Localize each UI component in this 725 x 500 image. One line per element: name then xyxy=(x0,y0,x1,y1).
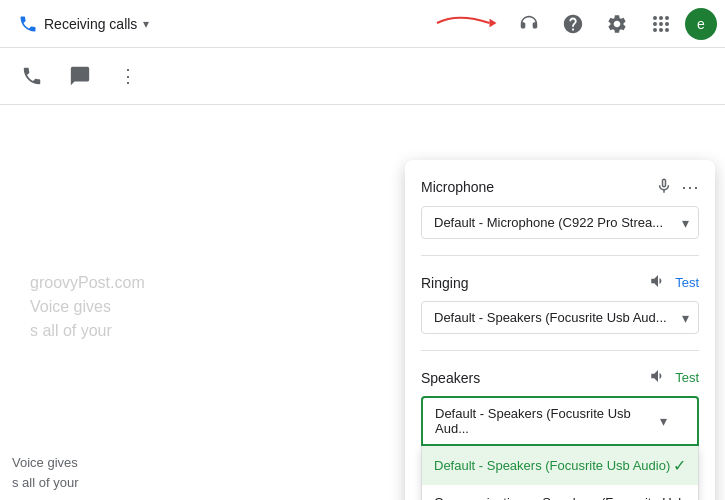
receiving-calls-label: Receiving calls xyxy=(44,16,137,32)
more-tab-icon: ⋮ xyxy=(119,65,137,87)
speakers-test-button[interactable]: Test xyxy=(675,370,699,385)
microphone-section: Microphone ⋯ Default - Microphone (C922 … xyxy=(421,176,699,239)
svg-marker-0 xyxy=(490,19,497,27)
ringing-select-wrapper: Default - Speakers (Focusrite Usb Aud... xyxy=(421,301,699,334)
speakers-selected-value: Default - Speakers (Focusrite Usb Aud... xyxy=(435,406,660,436)
speakers-dropdown-options: Default - Speakers (Focusrite Usb Audio)… xyxy=(421,446,699,500)
ringing-title: Ringing xyxy=(421,275,468,291)
red-arrow-annotation xyxy=(430,8,500,38)
speakers-option-default[interactable]: Default - Speakers (Focusrite Usb Audio)… xyxy=(422,446,698,485)
footer-line1: Voice gives xyxy=(12,453,78,473)
footer-text: Voice gives s all of your xyxy=(0,445,90,500)
speakers-option-communications-label: Communications - Speakers (Focusrite Usb… xyxy=(434,495,686,500)
microphone-select[interactable]: Default - Microphone (C922 Pro Strea... xyxy=(421,206,699,239)
receiving-calls-button[interactable]: Receiving calls ▾ xyxy=(8,8,159,40)
settings-button[interactable] xyxy=(597,4,637,44)
more-tab-button[interactable]: ⋮ xyxy=(108,56,148,96)
speakers-check-icon: ✓ xyxy=(673,456,686,475)
header-left: Receiving calls ▾ xyxy=(0,8,159,40)
ringing-select[interactable]: Default - Speakers (Focusrite Usb Aud... xyxy=(421,301,699,334)
ringing-section-header: Ringing Test xyxy=(421,272,699,293)
speakers-title: Speakers xyxy=(421,370,480,386)
watermark-line2: Voice gives xyxy=(30,295,145,319)
help-button[interactable] xyxy=(553,4,593,44)
microphone-icons: ⋯ xyxy=(655,176,699,198)
speakers-option-default-label: Default - Speakers (Focusrite Usb Audio) xyxy=(434,458,670,473)
avatar-button[interactable]: e xyxy=(685,8,717,40)
help-icon xyxy=(562,13,584,35)
phone-tab-button[interactable] xyxy=(12,56,52,96)
main-content: groovyPost.com Voice gives s all of your… xyxy=(0,105,725,500)
ringing-volume-icon xyxy=(649,272,667,293)
speakers-section: Speakers Test Default - Speakers (Focusr… xyxy=(421,367,699,500)
speakers-section-header: Speakers Test xyxy=(421,367,699,388)
apps-button[interactable] xyxy=(641,4,681,44)
ringing-icons: Test xyxy=(649,272,699,293)
messages-tab-button[interactable] xyxy=(60,56,100,96)
headset-button[interactable] xyxy=(509,4,549,44)
divider-1 xyxy=(421,255,699,256)
headset-icon xyxy=(518,13,540,35)
microphone-title: Microphone xyxy=(421,179,494,195)
microphone-section-header: Microphone ⋯ xyxy=(421,176,699,198)
settings-icon xyxy=(606,13,628,35)
avatar-letter: e xyxy=(697,16,705,32)
speakers-volume-icon xyxy=(649,367,667,388)
phone-tab-icon xyxy=(21,65,43,87)
speakers-select-container: Default - Speakers (Focusrite Usb Aud...… xyxy=(421,396,699,500)
audio-settings-dropdown: Microphone ⋯ Default - Microphone (C922 … xyxy=(405,160,715,500)
footer-line2: s all of your xyxy=(12,473,78,493)
header: Receiving calls ▾ xyxy=(0,0,725,48)
speakers-select-open[interactable]: Default - Speakers (Focusrite Usb Aud...… xyxy=(421,396,699,446)
chevron-down-icon: ▾ xyxy=(143,17,149,31)
speakers-option-communications[interactable]: Communications - Speakers (Focusrite Usb… xyxy=(422,485,698,500)
watermark-text: groovyPost.com Voice gives s all of your xyxy=(30,271,145,343)
divider-2 xyxy=(421,350,699,351)
microphone-select-wrapper: Default - Microphone (C922 Pro Strea... xyxy=(421,206,699,239)
header-right: e xyxy=(509,4,717,44)
microphone-icon[interactable] xyxy=(655,177,673,198)
ringing-section: Ringing Test Default - Speakers (Focusri… xyxy=(421,272,699,334)
microphone-more-icon[interactable]: ⋯ xyxy=(681,176,699,198)
grid-icon xyxy=(653,16,669,32)
ringing-test-button[interactable]: Test xyxy=(675,275,699,290)
watermark-line3: s all of your xyxy=(30,319,145,343)
phone-receiving-icon xyxy=(18,14,38,34)
speakers-icons: Test xyxy=(649,367,699,388)
sub-toolbar: ⋮ xyxy=(0,48,725,105)
speakers-chevron-icon: ▾ xyxy=(660,413,667,429)
watermark-line1: groovyPost.com xyxy=(30,271,145,295)
messages-tab-icon xyxy=(69,65,91,87)
